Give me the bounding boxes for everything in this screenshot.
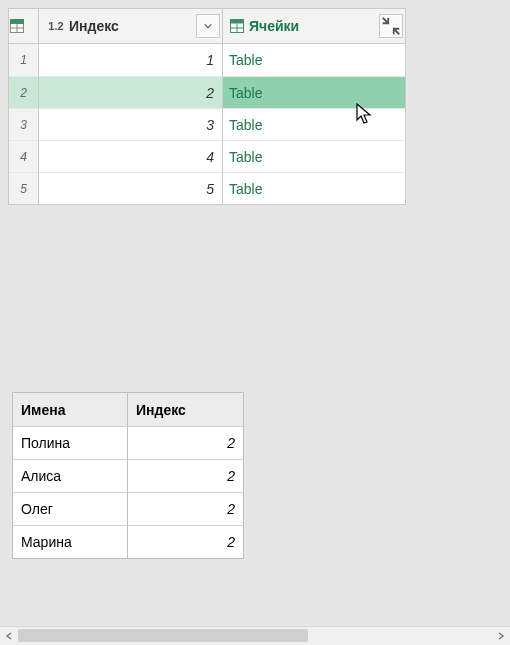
scrollbar-thumb[interactable] bbox=[18, 629, 308, 642]
preview-row[interactable]: Олег2 bbox=[13, 492, 243, 525]
preview-row[interactable]: Марина2 bbox=[13, 525, 243, 558]
table-link-cell[interactable]: Table bbox=[223, 172, 405, 204]
scroll-right-arrow-icon[interactable] bbox=[492, 627, 510, 645]
row-number-cell[interactable]: 4 bbox=[9, 140, 39, 172]
preview-index-cell: 2 bbox=[128, 426, 243, 459]
preview-name-cell: Марина bbox=[13, 525, 128, 558]
table-row[interactable]: 22Table bbox=[9, 76, 405, 108]
table-link-cell[interactable]: Table bbox=[223, 76, 405, 108]
index-cell[interactable]: 5 bbox=[39, 172, 223, 204]
filter-button[interactable] bbox=[196, 14, 220, 38]
index-cell[interactable]: 2 bbox=[39, 76, 223, 108]
chevron-down-icon bbox=[204, 22, 212, 30]
expand-icon bbox=[380, 15, 402, 37]
table-link-cell[interactable]: Table bbox=[223, 44, 405, 76]
row-number-cell[interactable]: 3 bbox=[9, 108, 39, 140]
preview-name-cell: Олег bbox=[13, 492, 128, 525]
table-icon bbox=[9, 18, 25, 34]
preview-table: Имена Индекс Полина2Алиса2Олег2Марина2 bbox=[12, 392, 244, 559]
decimal-type-icon: 1.2 bbox=[45, 15, 67, 37]
preview-row[interactable]: Алиса2 bbox=[13, 459, 243, 492]
column-header-label: Ячейки bbox=[249, 18, 299, 34]
preview-index-cell: 2 bbox=[128, 459, 243, 492]
table-link-cell[interactable]: Table bbox=[223, 140, 405, 172]
column-header-index[interactable]: 1.2 Индекс bbox=[39, 9, 223, 43]
preview-name-cell: Алиса bbox=[13, 459, 128, 492]
table-row[interactable]: 33Table bbox=[9, 108, 405, 140]
row-number-header[interactable] bbox=[9, 9, 39, 43]
column-header-label: Индекс bbox=[69, 18, 119, 34]
column-header-cells[interactable]: Ячейки bbox=[223, 9, 405, 43]
row-number-cell[interactable]: 2 bbox=[9, 76, 39, 108]
table-link-cell[interactable]: Table bbox=[223, 108, 405, 140]
table-row[interactable]: 44Table bbox=[9, 140, 405, 172]
expand-button[interactable] bbox=[379, 14, 403, 38]
preview-index-cell: 2 bbox=[128, 525, 243, 558]
svg-rect-1 bbox=[11, 20, 24, 24]
table-row[interactable]: 11Table bbox=[9, 44, 405, 76]
table-icon bbox=[229, 18, 245, 34]
index-cell[interactable]: 1 bbox=[39, 44, 223, 76]
preview-index-cell: 2 bbox=[128, 492, 243, 525]
preview-name-cell: Полина bbox=[13, 426, 128, 459]
index-cell[interactable]: 3 bbox=[39, 108, 223, 140]
preview-header-index[interactable]: Индекс bbox=[128, 393, 243, 426]
svg-rect-5 bbox=[231, 20, 244, 24]
main-data-table: 1.2 Индекс Ячейки 11Table22Table33Table4… bbox=[8, 8, 406, 205]
row-number-cell[interactable]: 5 bbox=[9, 172, 39, 204]
table-row[interactable]: 55Table bbox=[9, 172, 405, 204]
scroll-left-arrow-icon[interactable] bbox=[0, 627, 18, 645]
column-header-row: 1.2 Индекс Ячейки bbox=[9, 9, 405, 44]
index-cell[interactable]: 4 bbox=[39, 140, 223, 172]
preview-header-name[interactable]: Имена bbox=[13, 393, 128, 426]
row-number-cell[interactable]: 1 bbox=[9, 44, 39, 76]
preview-header-row: Имена Индекс bbox=[13, 393, 243, 426]
preview-row[interactable]: Полина2 bbox=[13, 426, 243, 459]
horizontal-scrollbar[interactable] bbox=[0, 626, 510, 645]
